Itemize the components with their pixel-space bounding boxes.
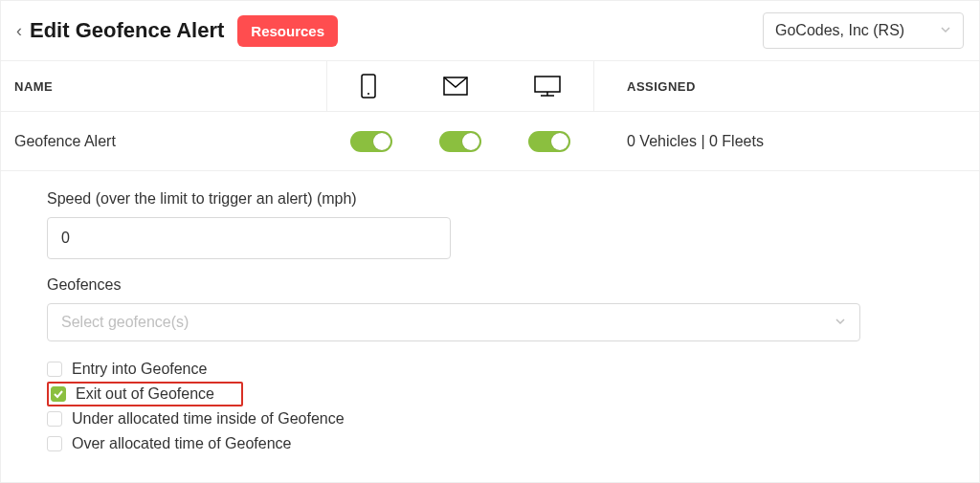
mail-icon <box>443 77 468 96</box>
back-icon[interactable]: ‹ <box>16 21 22 41</box>
option-label: Over allocated time of Geofence <box>72 435 291 452</box>
table-row: Geofence Alert 0 Vehicles | 0 Fleets <box>1 112 979 171</box>
resources-button[interactable]: Resources <box>237 15 338 47</box>
chevron-down-icon <box>940 22 951 39</box>
option-label: Entry into Geofence <box>72 361 207 378</box>
toggle-mobile[interactable] <box>350 131 392 152</box>
toggle-mail[interactable] <box>439 131 481 152</box>
checkbox[interactable] <box>51 386 66 402</box>
account-selected-label: GoCodes, Inc (RS) <box>775 22 904 39</box>
option-label: Exit out of Geofence <box>76 385 214 403</box>
desktop-icon <box>534 76 561 97</box>
page-title: Edit Geofence Alert <box>30 18 224 43</box>
row-assigned: 0 Vehicles | 0 Fleets <box>594 133 979 150</box>
geofences-select[interactable]: Select geofence(s) <box>47 303 860 341</box>
svg-rect-3 <box>535 77 560 92</box>
geofence-options: Entry into Geofence Exit out of Geofence… <box>47 357 933 456</box>
column-header-name: NAME <box>1 79 326 94</box>
chevron-down-icon <box>835 314 846 331</box>
column-header-assigned: ASSIGNED <box>594 79 979 94</box>
option-over-allocated-time[interactable]: Over allocated time of Geofence <box>47 431 933 456</box>
geofences-placeholder: Select geofence(s) <box>61 314 189 331</box>
speed-label: Speed (over the limit to trigger an aler… <box>47 190 933 208</box>
checkbox[interactable] <box>47 411 62 427</box>
svg-point-1 <box>368 93 369 95</box>
row-name: Geofence Alert <box>1 133 326 150</box>
account-select[interactable]: GoCodes, Inc (RS) <box>763 12 964 49</box>
option-exit-out-of-geofence[interactable]: Exit out of Geofence <box>47 382 243 406</box>
option-entry-into-geofence[interactable]: Entry into Geofence <box>47 357 933 382</box>
checkbox[interactable] <box>47 436 62 451</box>
table-header: NAME ASSIGNED <box>1 60 979 112</box>
checkbox[interactable] <box>47 362 62 377</box>
option-label: Under allocated time inside of Geofence <box>72 410 345 428</box>
geofences-label: Geofences <box>47 276 933 294</box>
speed-input[interactable] <box>47 217 451 259</box>
mobile-icon <box>360 74 377 99</box>
toggle-desktop[interactable] <box>528 131 570 152</box>
option-under-allocated-time[interactable]: Under allocated time inside of Geofence <box>47 406 933 431</box>
